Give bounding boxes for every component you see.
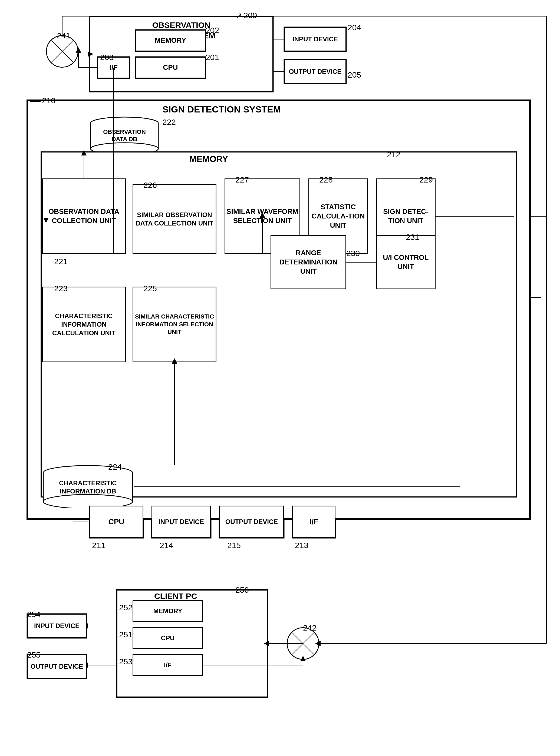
ref-242: 242 xyxy=(303,623,317,632)
cpu-ots: CPU xyxy=(135,57,206,79)
output-device-sds: OUTPUT DEVICE xyxy=(219,506,284,538)
ref-253: 253 xyxy=(119,657,133,666)
svg-text:DATA DB: DATA DB xyxy=(112,136,137,143)
ref-204: 204 xyxy=(348,23,361,32)
ref-250: 250 xyxy=(235,585,249,594)
ref-251: 251 xyxy=(119,630,133,639)
char-info-db: CHARACTERISTIC INFORMATION DB xyxy=(42,465,134,509)
ref-210: 210 xyxy=(42,96,56,105)
ref-223: 223 xyxy=(54,284,68,293)
ref-224: 224 xyxy=(108,462,122,471)
sign-detection-label: SIGN DETECTION SYSTEM xyxy=(162,104,281,114)
ref-212: 212 xyxy=(387,150,400,159)
ref-255: 255 xyxy=(27,650,41,659)
ref-201: 201 xyxy=(206,53,219,62)
memory-ots: MEMORY xyxy=(135,30,206,51)
observation-target-system: OBSERVATION TARGET SYSTEM xyxy=(89,16,273,92)
ref-254: 254 xyxy=(27,610,41,619)
ui-control-unit: U/I CONTROL UNIT xyxy=(376,235,436,289)
input-device-top: INPUT DEVICE xyxy=(284,27,346,51)
ref-215: 215 xyxy=(227,541,241,550)
sim-char-info-sel-unit: SIMILAR CHARACTERISTIC INFORMATION SELEC… xyxy=(133,287,216,362)
ref-214: 214 xyxy=(160,541,173,550)
ref-203: 203 xyxy=(100,53,114,62)
obs-data-collection-unit: OBSERVATION DATA COLLECTION UNIT xyxy=(42,178,126,254)
input-device-sds: INPUT DEVICE xyxy=(152,506,211,538)
output-device-top: OUTPUT DEVICE xyxy=(284,60,346,84)
ref-252: 252 xyxy=(119,603,133,612)
char-info-calc-unit: CHARACTERISTIC INFORMATION CALCULATION U… xyxy=(42,287,126,362)
svg-text:OBSERVATION: OBSERVATION xyxy=(103,128,146,135)
cpu-sds: CPU xyxy=(89,506,143,538)
ref-226: 226 xyxy=(143,181,157,190)
ref-211: 211 xyxy=(92,541,105,550)
ref-221: 221 xyxy=(54,257,68,266)
cpu-client: CPU xyxy=(133,627,203,649)
sim-obs-data-coll-unit: SIMILAR OBSERVATION DATA COLLECTION UNIT xyxy=(133,184,216,254)
range-determination-unit: RANGE DETERMINATION UNIT xyxy=(271,235,346,289)
if-client: I/F xyxy=(133,654,203,676)
obs-data-db: OBSERVATION DATA DB xyxy=(89,116,160,155)
ref-231: 231 xyxy=(406,233,419,242)
ref-222: 222 xyxy=(162,118,176,127)
svg-text:CHARACTERISTIC: CHARACTERISTIC xyxy=(59,479,117,487)
ref-213: 213 xyxy=(295,541,308,550)
memory-client: MEMORY xyxy=(133,600,203,622)
ref-241: 241 xyxy=(57,31,70,40)
ref-202: 202 xyxy=(206,26,219,35)
svg-text:INFORMATION DB: INFORMATION DB xyxy=(60,487,116,495)
diagram: 200 ↗ OBSERVATION TARGET SYSTEM MEMORY 2… xyxy=(0,0,560,756)
ref-228: 228 xyxy=(319,175,333,184)
if-sds: I/F xyxy=(292,506,336,538)
ref-227: 227 xyxy=(235,175,249,184)
ref-230: 230 xyxy=(346,249,360,258)
ref-229: 229 xyxy=(419,175,433,184)
ref-225: 225 xyxy=(143,284,157,293)
ref-205: 205 xyxy=(348,70,361,80)
client-pc-label: CLIENT PC xyxy=(154,592,197,601)
memory-sds-label: MEMORY xyxy=(189,154,228,164)
